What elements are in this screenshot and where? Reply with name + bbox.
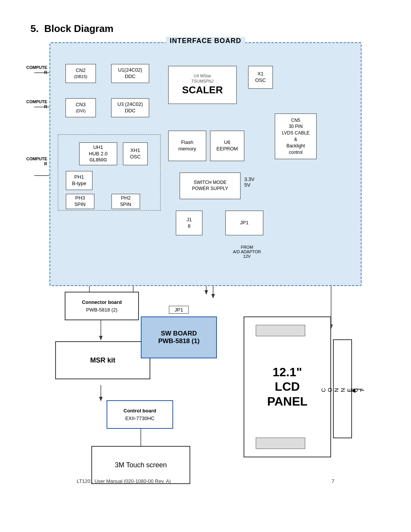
usb-hub-box: UH1 HUB 2.0 GL850G XH1 OSC PH1 B-type PH… [58,134,161,211]
footer-page: 7 [331,478,334,484]
xh1-label: XH1 OSC [130,147,140,160]
u3-block: U3 (24C02) DDC [111,98,149,117]
from-text: FROM A/D ADAPTOR 12V [233,245,261,259]
sw-board: JP1 SW BOARD PWB-5818 (1) [141,316,217,358]
ph2-label: PH2 5PIN [120,195,131,208]
scaler-header: U4 MStarTSUM5PNJ [191,73,213,84]
section-number: 5. [30,23,39,34]
ph3-label: PH3 5PIN [75,195,86,208]
touch-screen-label: 3M Touch screen [115,460,167,470]
from-label: FROM A/D ADAPTOR 12V [233,245,261,259]
jp1-top-block: JP1 [225,211,263,235]
connector-board-subtitle: PWB-5818 (2) [86,306,117,314]
jp1-sw-text: JP1 [175,307,183,313]
u3-sub: DDC [125,108,135,114]
section-title-text: Block Diagram [44,23,113,34]
u3-label: U3 (24C02) [117,101,143,108]
lcd-panel-border: 12.1" LCD PANEL [244,316,331,457]
x1-sub: OSC [255,77,266,84]
lcd-top-rect [256,325,305,336]
uh1-block: UH1 HUB 2.0 GL850G [79,142,117,165]
j1-block: J1 8 [176,211,202,235]
lcd-panel-text: 12.1" LCD PANEL [266,365,309,409]
xh1-block: XH1 OSC [123,142,148,165]
uh1-sub: GL850G [89,157,107,163]
uh1-label: UH1 HUB 2.0 [89,144,107,157]
msr-kit-box: MSR kit [55,341,150,379]
lcd-bottom-rect [256,438,305,449]
control-board: Control board EXII-7730HC [107,400,173,429]
connector-board: Connector board PWB-5818 (2) [65,292,139,320]
u1-sub: DDC [125,73,135,80]
cn5-block: CN5 30 PIN LVDS CABLE & Backlight contro… [275,113,317,159]
u1-label: U1(24C02) [118,67,142,73]
cn3-sub: (DVI) [76,108,86,113]
sw-board-subtitle: PWB-5818 (1) [158,337,200,345]
cn3-label: CN3 [76,102,86,108]
page: 5. Block Diagram [0,0,411,532]
u6-label: U6 [224,139,231,146]
sw-board-title: SW BOARD [161,330,197,337]
msr-kit-label: MSR kit [90,355,115,366]
scaler-block: U4 MStarTSUM5PNJ SCALER [168,66,237,104]
interface-board-title: INTERFACE BOARD [166,37,245,45]
voltage-5: 5V [244,182,255,188]
voltage-33: 3.3V [244,176,255,182]
footer-text: LT1201 User Manual (020-1080-00 Rev. A) [76,478,170,484]
x1-label: X1 [258,71,264,77]
ph3-block: PH3 5PIN [66,194,94,209]
ph2-block: PH2 5PIN [112,194,140,209]
compute-r-3: COMPUTER [24,157,47,166]
compute-r-1: COMPUTER [24,65,47,75]
diagram-container: INTERFACE BOARD COMPUTER COMPUTER COMPUT… [30,42,381,495]
connector-board-label: Connector board [82,299,122,306]
u1-block: U1(24C02) DDC [111,64,149,83]
ph1-block: PH1 B-type [66,171,92,190]
cn5-label: CN5 30 PIN LVDS CABLE & Backlight contro… [282,117,309,156]
cn2-block: CN2 (DB15) [65,64,96,83]
voltage-labels: 3.3V 5V [244,176,255,188]
connect-arrowhead: ◀ [351,387,355,393]
connect-box: CONNECT [333,339,352,438]
control-board-label: Control board [124,407,156,415]
interface-board: INTERFACE BOARD COMPUTER COMPUTER COMPUT… [49,42,362,286]
ph1-label: PH1 B-type [72,174,86,187]
cn2-sub: (DB15) [74,74,88,79]
switch-mode-block: SWITCH MODE POWER SUPPLY [180,173,241,199]
compute-r-2: COMPUTER [24,99,47,109]
x1-block: X1 OSC [248,66,273,89]
section-title: 5. Block Diagram [30,23,381,35]
switch-mode-label: SWITCH MODE POWER SUPPLY [192,180,228,192]
jp1-sw-label: JP1 [169,306,189,314]
j1-label: J1 8 [186,217,192,230]
cn2-label: CN2 [76,67,86,74]
cn3-block: CN3 (DVI) [65,98,96,117]
control-board-subtitle: EXII-7730HC [125,415,155,422]
lcd-panel-area: 12.1" LCD PANEL CONNECT ◀ [244,316,358,461]
scaler-label: SCALER [182,84,223,97]
flash-block: Flash memory [168,131,206,161]
flash-label: Flash memory [178,139,196,152]
u6-sub: EEPROM [217,146,238,152]
u6-block: U6 EEPROM [210,131,244,161]
jp1-top-label: JP1 [240,220,249,226]
footer: LT1201 User Manual (020-1080-00 Rev. A) … [30,478,381,484]
